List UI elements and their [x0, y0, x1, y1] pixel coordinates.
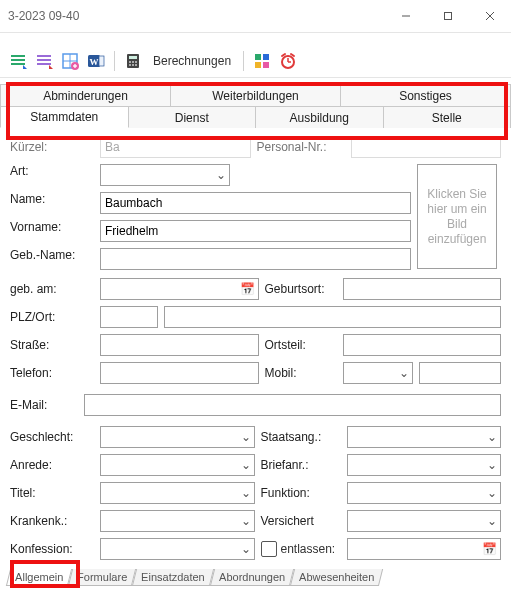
label-gebname: Geb.-Name: — [10, 248, 90, 262]
svg-rect-4 — [11, 55, 25, 57]
btab-abordnungen[interactable]: Abordnungen — [210, 569, 294, 586]
svg-rect-7 — [37, 55, 51, 57]
input-telefon[interactable] — [100, 362, 259, 384]
combo-anrede[interactable]: ⌄ — [100, 454, 255, 476]
window-title: 3-2023 09-40 — [8, 9, 79, 23]
input-ortsteil[interactable] — [343, 334, 502, 356]
alarm-icon[interactable] — [278, 51, 298, 71]
label-email: E-Mail: — [10, 398, 78, 412]
maximize-button[interactable] — [427, 0, 469, 32]
input-strasse[interactable] — [100, 334, 259, 356]
checkbox-icon — [261, 541, 277, 557]
input-kuerzel[interactable] — [100, 136, 251, 158]
combo-staatsang[interactable]: ⌄ — [347, 426, 502, 448]
list1-icon[interactable] — [8, 51, 28, 71]
toolbar-separator — [114, 51, 115, 71]
combo-krankenk[interactable]: ⌄ — [100, 510, 255, 532]
input-vorname[interactable] — [100, 220, 411, 242]
label-funktion: Funktion: — [261, 486, 341, 500]
tiles-icon[interactable] — [252, 51, 272, 71]
input-mobil[interactable] — [419, 362, 502, 384]
window-controls — [385, 0, 511, 32]
btab-allgemein[interactable]: Allgemein — [6, 569, 73, 586]
photo-placeholder[interactable]: Klicken Sie hier um ein Bild einzufügen — [417, 164, 497, 269]
calculator-icon[interactable] — [123, 51, 143, 71]
svg-rect-9 — [37, 63, 51, 65]
calc-button-label[interactable]: Berechnungen — [149, 54, 235, 68]
checkbox-entlassen[interactable]: entlassen: — [261, 541, 341, 557]
combo-art[interactable]: ⌄ — [100, 164, 230, 186]
svg-rect-1 — [445, 13, 452, 20]
combo-funktion[interactable]: ⌄ — [347, 482, 502, 504]
close-button[interactable] — [469, 0, 511, 32]
calendar-icon: 📅 — [240, 282, 255, 296]
input-email[interactable] — [84, 394, 501, 416]
calendar-icon: 📅 — [482, 542, 497, 556]
list2-icon[interactable] — [34, 51, 54, 71]
svg-rect-5 — [11, 59, 25, 61]
chevron-down-icon: ⌄ — [487, 486, 497, 500]
combo-konfession[interactable]: ⌄ — [100, 538, 255, 560]
chevron-down-icon: ⌄ — [241, 430, 251, 444]
combo-mobil-prefix[interactable]: ⌄ — [343, 362, 413, 384]
chevron-down-icon: ⌄ — [241, 542, 251, 556]
input-gebname[interactable] — [100, 248, 411, 270]
tab-stammdaten[interactable]: Stammdaten — [0, 106, 129, 128]
combo-briefanr[interactable]: ⌄ — [347, 454, 502, 476]
label-gebam: geb. am: — [10, 282, 90, 296]
label-mobil: Mobil: — [265, 366, 345, 380]
chevron-down-icon: ⌄ — [487, 514, 497, 528]
svg-line-35 — [291, 54, 294, 56]
label-konfession: Konfession: — [10, 542, 90, 556]
tab-dienst[interactable]: Dienst — [128, 106, 257, 128]
grid-plus-icon[interactable] — [60, 51, 80, 71]
combo-geschlecht[interactable]: ⌄ — [100, 426, 255, 448]
svg-rect-27 — [255, 54, 261, 60]
label-name: Name: — [10, 192, 90, 206]
combo-versichert[interactable]: ⌄ — [347, 510, 502, 532]
svg-rect-26 — [135, 64, 137, 66]
btab-abwesenheiten[interactable]: Abwesenheiten — [290, 569, 383, 586]
input-personalnr[interactable] — [351, 136, 502, 158]
input-plz[interactable] — [100, 306, 158, 328]
svg-rect-24 — [129, 64, 131, 66]
svg-rect-29 — [255, 62, 261, 68]
tab-sonstiges[interactable]: Sonstiges — [340, 84, 511, 106]
tab-stelle[interactable]: Stelle — [383, 106, 512, 128]
input-ort[interactable] — [164, 306, 501, 328]
date-gebam[interactable]: 📅 — [100, 278, 259, 300]
label-geburtsort: Geburtsort: — [265, 282, 345, 296]
input-name[interactable] — [100, 192, 411, 214]
svg-line-34 — [282, 54, 285, 56]
label-telefon: Telefon: — [10, 366, 90, 380]
svg-rect-30 — [263, 62, 269, 68]
tab-ausbildung[interactable]: Ausbildung — [255, 106, 384, 128]
svg-text:W: W — [90, 57, 99, 67]
label-kuerzel: Kürzel: — [10, 140, 90, 154]
tab-weiterbildungen[interactable]: Weiterbildungen — [170, 84, 341, 106]
date-entlassen[interactable]: 📅 — [347, 538, 502, 560]
chevron-down-icon: ⌄ — [241, 514, 251, 528]
btab-formulare[interactable]: Formulare — [68, 569, 136, 586]
chevron-down-icon: ⌄ — [241, 486, 251, 500]
combo-titel[interactable]: ⌄ — [100, 482, 255, 504]
label-titel: Titel: — [10, 486, 90, 500]
label-entlassen: entlassen: — [281, 542, 336, 556]
toolbar: W Berechnungen — [0, 45, 511, 78]
bottom-tabs: Allgemein Formulare Einsatzdaten Abordnu… — [8, 566, 381, 586]
svg-rect-18 — [99, 56, 104, 66]
tab-abminderungen[interactable]: Abminderungen — [0, 84, 171, 106]
title-bar: 3-2023 09-40 — [0, 0, 511, 33]
svg-rect-8 — [37, 59, 51, 61]
svg-rect-28 — [263, 54, 269, 60]
svg-rect-21 — [129, 61, 131, 63]
input-geburtsort[interactable] — [343, 278, 502, 300]
chevron-down-icon: ⌄ — [241, 458, 251, 472]
svg-rect-23 — [135, 61, 137, 63]
btab-einsatzdaten[interactable]: Einsatzdaten — [132, 569, 214, 586]
minimize-button[interactable] — [385, 0, 427, 32]
label-art: Art: — [10, 164, 90, 178]
chevron-down-icon: ⌄ — [399, 366, 409, 380]
svg-rect-25 — [132, 64, 134, 66]
word-icon[interactable]: W — [86, 51, 106, 71]
